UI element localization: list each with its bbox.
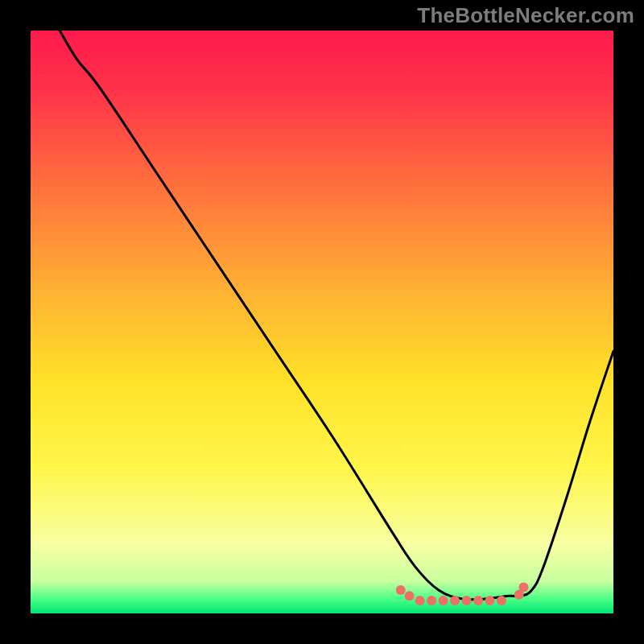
bottom-dots xyxy=(396,582,529,605)
curve-dot xyxy=(396,585,406,595)
bottleneck-curve xyxy=(60,31,613,600)
curve-dot xyxy=(405,591,415,601)
curve-dot xyxy=(462,596,472,605)
watermark-text: TheBottleNecker.com xyxy=(417,3,634,28)
curve-dot xyxy=(497,596,506,605)
curve-dot xyxy=(485,596,495,605)
curve-dot xyxy=(473,596,483,605)
curve-dot xyxy=(450,596,460,605)
plot-svg xyxy=(31,31,613,613)
curve-dot xyxy=(415,596,425,605)
plot-area xyxy=(31,31,613,613)
curve-dot xyxy=(519,582,529,592)
curve-dot xyxy=(427,596,436,605)
curve-dot xyxy=(439,596,448,605)
chart-frame: TheBottleNecker.com xyxy=(0,0,644,644)
